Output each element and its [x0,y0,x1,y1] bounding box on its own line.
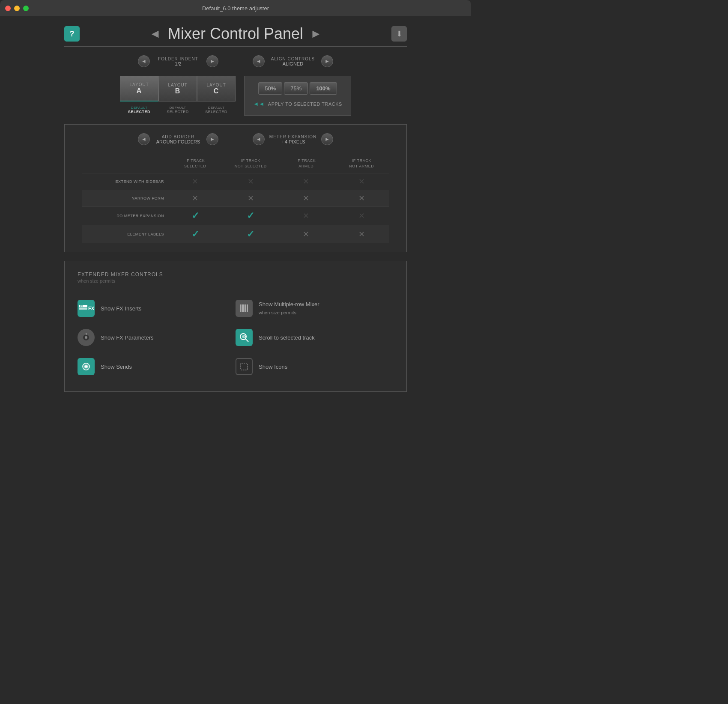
apply-to-tracks: ◄◄ APPLY TO SELECTED TRACKS [253,101,342,107]
show-icons-item: Show Icons [236,352,394,381]
folder-indent-next[interactable]: ► [206,55,218,67]
svg-rect-4 [242,304,243,312]
matrix-cell-labels-not-armed: ✕ [334,225,390,243]
meter-expansion-value: + 4 PIXELS [267,139,319,144]
scale-100-button[interactable]: 100% [310,82,337,95]
maximize-button[interactable] [23,6,29,11]
matrix-header-selected: IF TRACKSELECTED [167,155,223,171]
layout-tab-c[interactable]: LAYOUT C [197,76,236,101]
svg-rect-1 [79,307,87,310]
layout-sub-a: DEFAULT SELECTED [120,104,158,116]
download-button[interactable]: ⬇ [391,26,407,42]
scroll-to-track-icon[interactable] [236,329,253,346]
add-border-next[interactable]: ► [206,133,218,145]
show-multirow-item: Show Multiple-row Mixerwhen size permits [236,294,394,323]
folder-indent-title: FOLDER INDENT [152,57,204,61]
meter-expansion-prev[interactable]: ◄ [253,133,265,145]
help-icon: ? [70,30,75,39]
layout-sub-b: DEFAULT SELECTED [158,104,197,116]
svg-line-13 [245,339,248,342]
svg-rect-18 [241,363,248,370]
add-border-stepper: ◄ ADD BORDER AROUND FOLDERS ► [138,133,218,145]
scale-75-button[interactable]: 75% [284,82,308,95]
layout-tab-sub: DEFAULT SELECTED DEFAULT SELECTED DEFAUL… [120,104,236,116]
layout-tabs: LAYOUT A LAYOUT B LAYOUT C [120,76,236,101]
show-icons-icon[interactable] [236,358,253,375]
align-controls-next[interactable]: ► [321,55,333,67]
align-controls-label: ALIGN CONTROLS ALIGNED [267,57,319,66]
fx-params-icon[interactable] [78,329,95,346]
extended-title: EXTENDED MIXER CONTROLS [78,271,394,277]
matrix-cell-labels-selected: ✓ [167,225,223,243]
layout-tab-b[interactable]: LAYOUT B [158,76,197,101]
apply-arrows-icon: ◄◄ [253,101,265,107]
multirow-mixer-icon[interactable] [236,300,253,317]
scroll-to-track-label: Scroll to selected track [259,334,315,341]
folder-indent-prev[interactable]: ◄ [138,55,150,67]
matrix-container: IF TRACKSELECTED IF TRACKNOT SELECTED IF… [73,155,398,243]
sends-icon[interactable] [78,358,95,375]
panel-header: ? ◄ Mixer Control Panel ► ⬇ [17,25,454,43]
matrix-cell-meter-not-selected: ✓ [223,207,279,225]
matrix-cell-extend-not-armed: ✕ [334,173,390,190]
scale-buttons: 50% 75% 100% [258,82,337,95]
matrix-cell-labels-armed: ✕ [278,225,334,243]
matrix-cell-extend-not-selected: ✕ [223,173,279,190]
show-sends-item: Show Sends [78,352,236,381]
layout-area: LAYOUT A LAYOUT B LAYOUT C DEFAULT SELEC… [17,76,454,116]
fx-inserts-icon[interactable]: FX FX [78,300,95,317]
matrix-cell-narrow-armed: ✕ [278,190,334,206]
folder-indent-label: FOLDER INDENT 1/2 [152,57,204,66]
matrix-label-narrow: NARROW FORM [82,190,167,206]
svg-point-17 [85,366,87,367]
add-border-prev[interactable]: ◄ [138,133,150,145]
matrix-cell-meter-not-armed: ✕ [334,207,390,225]
svg-rect-6 [245,304,246,312]
svg-rect-5 [243,304,245,312]
panel-title: ◄ Mixer Control Panel ► [149,25,322,43]
folder-indent-stepper: ◄ FOLDER INDENT 1/2 ► [138,55,218,67]
svg-rect-3 [240,304,241,312]
top-controls-row: ◄ FOLDER INDENT 1/2 ► ◄ ALIGN CONTROLS A… [17,55,454,67]
layout-tabs-container: LAYOUT A LAYOUT B LAYOUT C DEFAULT SELEC… [120,76,236,116]
add-border-label: ADD BORDER AROUND FOLDERS [152,134,204,144]
matrix-label-meter: DO METER EXPANSION [82,207,167,225]
scale-panel: 50% 75% 100% ◄◄ APPLY TO SELECTED TRACKS [244,76,351,116]
svg-point-10 [85,336,87,339]
settings-panel: ◄ ADD BORDER AROUND FOLDERS ► ◄ METER EX… [64,124,407,252]
svg-point-14 [242,335,245,338]
matrix-row-meter: DO METER EXPANSION ✓ ✓ ✕ ✕ [82,206,389,225]
prev-panel-button[interactable]: ◄ [149,27,161,41]
meter-expansion-next[interactable]: ► [321,133,333,145]
matrix-cell-meter-armed: ✕ [278,207,334,225]
help-button[interactable]: ? [64,26,80,42]
minimize-button[interactable] [14,6,20,11]
meter-expansion-label: METER EXPANSION + 4 PIXELS [267,134,319,144]
layout-tab-a[interactable]: LAYOUT A [120,76,158,101]
matrix-cell-narrow-not-selected: ✕ [223,190,279,206]
download-icon: ⬇ [396,29,403,39]
extended-subtitle: when size permits [78,278,394,283]
settings-top-controls: ◄ ADD BORDER AROUND FOLDERS ► ◄ METER EX… [73,133,398,145]
window-title: Default_6.0 theme adjuster [202,5,269,12]
extended-mixer-panel: EXTENDED MIXER CONTROLS when size permit… [64,261,407,392]
meter-expansion-stepper: ◄ METER EXPANSION + 4 PIXELS ► [253,133,333,145]
scroll-to-track-item: Scroll to selected track [236,323,394,352]
next-panel-button[interactable]: ► [310,27,322,41]
show-fx-params-item: Show FX Parameters [78,323,236,352]
matrix-row-narrow: NARROW FORM ✕ ✕ ✕ ✕ [82,190,389,206]
align-controls-prev[interactable]: ◄ [253,55,265,67]
scale-50-button[interactable]: 50% [258,82,282,95]
align-controls-stepper: ◄ ALIGN CONTROLS ALIGNED ► [253,55,333,67]
align-controls-value: ALIGNED [267,61,319,66]
window-controls [5,6,29,11]
matrix-cell-meter-selected: ✓ [167,207,223,225]
svg-rect-7 [247,304,248,312]
matrix-label-extend: EXTEND WITH SIDEBAR [82,173,167,190]
extended-grid: FX FX Show FX Inserts Show [78,294,394,381]
folder-indent-value: 1/2 [152,61,204,66]
close-button[interactable] [5,6,11,11]
matrix-cell-extend-selected: ✕ [167,173,223,190]
matrix-label-labels: ELEMENT LABELS [82,225,167,243]
show-fx-inserts-item: FX FX Show FX Inserts [78,294,236,323]
